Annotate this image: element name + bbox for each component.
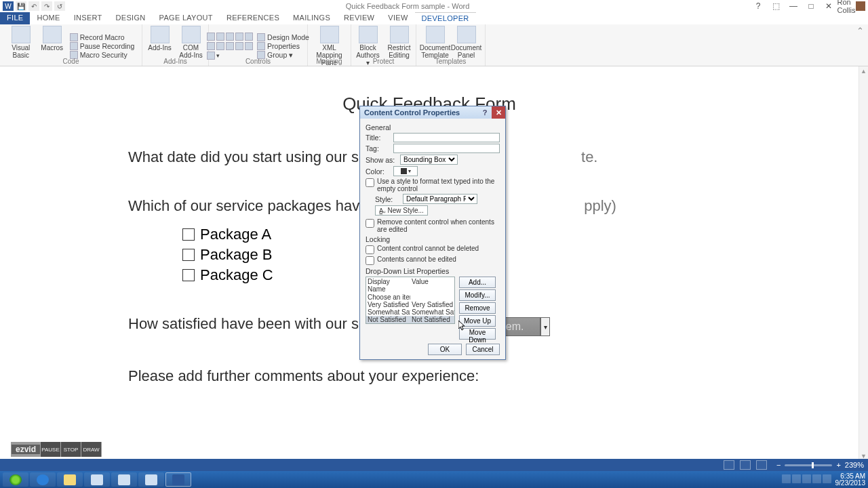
use-style-label: Use a style to format text typed into th…: [377, 178, 500, 192]
checkbox-icon: [182, 269, 195, 281]
redo-icon[interactable]: ↷: [41, 1, 52, 11]
tray-icon[interactable]: [802, 474, 811, 483]
content-control-properties-dialog: Content Control Properties ? ✕ General T…: [359, 106, 506, 360]
list-item[interactable]: Choose an item.: [366, 293, 454, 301]
tag-input[interactable]: [393, 144, 500, 153]
zoom-slider[interactable]: [785, 464, 832, 466]
window-title: Quick Feedback Form sample - Word: [65, 2, 750, 10]
zoom-in-icon[interactable]: +: [836, 461, 840, 469]
dialog-titlebar[interactable]: Content Control Properties ? ✕: [360, 106, 505, 119]
add-button[interactable]: Add...: [459, 277, 496, 288]
showas-select[interactable]: Bounding Box: [400, 155, 458, 165]
maximize-icon[interactable]: □: [803, 1, 819, 11]
read-mode-icon[interactable]: [740, 460, 751, 470]
label-showas: Show as:: [366, 156, 397, 164]
properties-icon: [257, 42, 265, 50]
titlebar: W 💾 ↶ ↷ ↺ Quick Feedback Form sample - W…: [0, 0, 868, 12]
no-delete-checkbox[interactable]: [366, 245, 374, 254]
close-icon[interactable]: ✕: [821, 1, 837, 11]
clock-date: 9/23/2013: [835, 480, 866, 487]
ribbon-opts-icon[interactable]: ⬚: [768, 1, 784, 11]
properties-button[interactable]: Properties: [257, 42, 309, 50]
clock-time: 6:35 AM: [840, 473, 865, 480]
new-style-button[interactable]: A̲ᵤ New Style...: [375, 205, 428, 216]
print-layout-icon[interactable]: [724, 460, 734, 470]
label-title: Title:: [366, 134, 390, 142]
taskbar-app-3[interactable]: [138, 472, 164, 487]
remove-control-checkbox[interactable]: [366, 219, 374, 228]
tab-home[interactable]: HOME: [30, 12, 66, 24]
pause-recording-button[interactable]: Pause Recording: [70, 42, 135, 50]
tab-developer[interactable]: DEVELOPER: [415, 12, 476, 24]
chevron-down-icon[interactable]: ▾: [540, 317, 550, 336]
color-picker[interactable]: ▾: [393, 166, 418, 176]
tray-icon[interactable]: [782, 474, 791, 483]
folder-icon: [64, 474, 76, 485]
tray-icon[interactable]: [792, 474, 801, 483]
screen-recorder-overlay[interactable]: ezvid PAUSE STOP DRAW: [11, 442, 102, 457]
recorder-stop-button[interactable]: STOP: [60, 442, 81, 457]
recorder-brand: ezvid: [12, 445, 40, 454]
modify-button[interactable]: Modify...: [459, 289, 496, 301]
tab-insert[interactable]: INSERT: [67, 12, 109, 24]
undo-icon[interactable]: ↶: [28, 1, 39, 11]
no-edit-checkbox[interactable]: [366, 256, 374, 265]
tab-page-layout[interactable]: PAGE LAYOUT: [153, 12, 220, 24]
tab-view[interactable]: VIEW: [381, 12, 414, 24]
start-button[interactable]: [3, 472, 28, 487]
question-4: Please add further comments about your e…: [63, 367, 795, 385]
design-mode-button[interactable]: Design Mode: [257, 33, 309, 41]
list-item[interactable]: Somewhat SatisfiedSomewhat Satisf: [366, 308, 454, 316]
control-gallery-2[interactable]: [207, 42, 253, 50]
help-icon[interactable]: ?: [750, 1, 766, 11]
ribbon-tabs: FILE HOME INSERT DESIGN PAGE LAYOUT REFE…: [0, 12, 868, 24]
clock[interactable]: 6:35 AM 9/23/2013: [835, 473, 866, 487]
taskbar-internet-explorer[interactable]: [30, 472, 56, 487]
control-gallery[interactable]: [207, 33, 253, 41]
zoom-level[interactable]: 239%: [845, 461, 864, 469]
list-item[interactable]: Not SatisfiedNot Satisfied: [366, 316, 454, 323]
zoom-out-icon[interactable]: −: [776, 461, 781, 469]
style-select[interactable]: Default Paragraph Font: [403, 194, 477, 204]
save-icon[interactable]: 💾: [16, 1, 26, 11]
remove-button[interactable]: Remove: [459, 302, 496, 314]
cancel-button[interactable]: Cancel: [466, 344, 500, 355]
tray-icon[interactable]: [812, 474, 821, 483]
recorder-pause-button[interactable]: PAUSE: [40, 442, 60, 457]
tab-references[interactable]: REFERENCES: [220, 12, 286, 24]
scroll-up-icon[interactable]: ▲: [859, 66, 868, 76]
web-layout-icon[interactable]: [756, 460, 767, 470]
user-name[interactable]: Ron Collis: [838, 1, 854, 11]
dialog-close-icon[interactable]: ✕: [492, 106, 505, 119]
repeat-icon[interactable]: ↺: [54, 1, 65, 11]
vertical-scrollbar[interactable]: ▲ ▼: [859, 66, 868, 461]
avatar[interactable]: [856, 1, 865, 11]
system-tray[interactable]: [781, 474, 831, 485]
dialog-help-icon[interactable]: ?: [478, 106, 492, 119]
taskbar-explorer[interactable]: [57, 472, 83, 487]
ribbon-collapse-icon[interactable]: ⌃: [856, 26, 864, 36]
tab-file[interactable]: FILE: [0, 12, 30, 24]
taskbar-app-2[interactable]: [111, 472, 137, 487]
title-input[interactable]: [393, 133, 500, 142]
tray-icon[interactable]: [823, 474, 831, 483]
tab-mailings[interactable]: MAILINGS: [286, 12, 337, 24]
ok-button[interactable]: OK: [428, 344, 462, 355]
design-icon: [257, 33, 265, 41]
list-hscroll[interactable]: ◄►: [366, 323, 454, 324]
ribbon: Visual Basic Macros Record Macro Pause R…: [0, 24, 868, 66]
color-swatch-icon: [401, 168, 407, 174]
windows-icon: [9, 474, 22, 485]
move-up-button[interactable]: Move Up: [459, 315, 496, 327]
minimize-icon[interactable]: —: [785, 1, 802, 11]
tab-design[interactable]: DESIGN: [109, 12, 153, 24]
list-item[interactable]: Very SatisfiedVery Satisfied: [366, 301, 454, 308]
move-down-button[interactable]: Move Down: [459, 328, 496, 340]
record-macro-button[interactable]: Record Macro: [70, 33, 135, 41]
taskbar-word[interactable]: [165, 472, 191, 487]
tab-review[interactable]: REVIEW: [337, 12, 381, 24]
dropdown-items-list[interactable]: Display NameValue Choose an item. Very S…: [366, 277, 455, 324]
recorder-draw-button[interactable]: DRAW: [81, 442, 101, 457]
use-style-checkbox[interactable]: [366, 178, 374, 187]
taskbar-app-1[interactable]: [84, 472, 110, 487]
